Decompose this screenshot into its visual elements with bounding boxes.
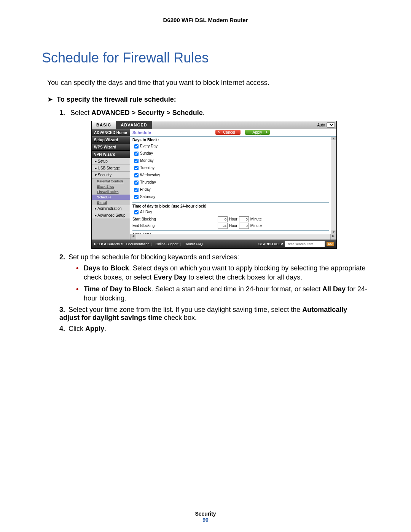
router-sidebar: ADVANCED Home Setup Wizard WPS Wizard VP… — [92, 129, 130, 240]
time-heading: Time of day to block: (use 24-hour clock… — [132, 202, 329, 209]
cb-friday[interactable]: Friday — [132, 186, 329, 193]
side-setup[interactable]: ▸ Setup — [92, 158, 130, 165]
end-min-input[interactable] — [239, 223, 249, 229]
side-usb[interactable]: ▸ USB Storage — [92, 165, 130, 172]
cb-everyday[interactable]: Every Day — [132, 143, 329, 150]
start-min-input[interactable] — [239, 216, 249, 222]
cb-wednesday[interactable]: Wednesday — [132, 172, 329, 179]
end-label: End Blocking — [132, 223, 216, 228]
auto-label: Auto — [317, 123, 325, 127]
step-1: 1. Select ADVANCED > Security > Schedule… — [59, 109, 369, 249]
bullet-days: Days to Block. Select days on which you … — [76, 264, 369, 282]
cb-tuesday[interactable]: Tuesday — [132, 165, 329, 172]
cancel-button[interactable]: Cancel — [215, 130, 240, 135]
footer-page-number: 90 — [0, 517, 411, 523]
footer-doc[interactable]: Documentation — [126, 242, 150, 246]
side-advanced-setup[interactable]: ▸ Advanced Setup — [92, 212, 130, 219]
cb-all-day[interactable]: All Day — [132, 209, 329, 216]
step-4: 4.Click Apply. — [59, 325, 369, 333]
go-button[interactable]: GO — [327, 242, 334, 246]
router-page-title: Schedule — [132, 130, 151, 135]
router-tabs: BASIC ADVANCED Auto — [92, 121, 336, 129]
footer-online[interactable]: Online Support — [156, 242, 178, 246]
side-schedule[interactable]: Schedule — [92, 195, 130, 200]
days-heading: Days to Block: — [132, 137, 329, 143]
footer-faq[interactable]: Router FAQ — [185, 242, 203, 246]
task-heading-text: To specify the firewall rule schedule: — [57, 96, 176, 103]
hour-label-1: Hour — [229, 217, 237, 222]
footer-rule — [42, 509, 369, 509]
product-header: D6200 WiFi DSL Modem Router — [42, 17, 369, 23]
side-email[interactable]: E-mail — [92, 200, 130, 205]
cb-sunday[interactable]: Sunday — [132, 150, 329, 157]
minute-label-2: Minute — [250, 223, 262, 228]
end-hour-input[interactable] — [218, 223, 228, 229]
minute-label-1: Minute — [250, 217, 262, 222]
tab-basic[interactable]: BASIC — [92, 121, 116, 129]
side-administration[interactable]: ▸ Administration — [92, 205, 130, 212]
router-screenshot: BASIC ADVANCED Auto ADVANCED Home Setup … — [91, 121, 337, 249]
step-3: 3.Select your time zone from the list. I… — [59, 306, 369, 322]
step-2-text: Set up the schedule for blocking keyword… — [68, 253, 239, 261]
step-2: 2.Set up the schedule for blocking keywo… — [59, 253, 369, 303]
horizontal-scrollbar[interactable]: ◀▶ — [130, 234, 336, 240]
router-footer: HELP & SUPPORT Documentation| Online Sup… — [92, 240, 336, 248]
auto-select[interactable]: Auto — [317, 122, 335, 128]
tab-advanced[interactable]: ADVANCED — [116, 121, 152, 129]
search-help-label: SEARCH HELP — [258, 242, 283, 246]
tz-heading: Time Zone — [132, 230, 329, 234]
step-1-bold: ADVANCED > Security > Schedule — [91, 109, 203, 117]
search-help-input[interactable] — [285, 241, 325, 247]
cb-monday[interactable]: Monday — [132, 157, 329, 165]
side-block-sites[interactable]: Block Sites — [92, 184, 130, 189]
footer-label: HELP & SUPPORT — [94, 242, 124, 246]
side-security[interactable]: ▾ Security — [92, 172, 130, 179]
task-heading: ➤ To specify the firewall rule schedule: — [47, 95, 369, 104]
cb-thursday[interactable]: Thursday — [132, 179, 329, 186]
router-main: Schedule Cancel Apply Days to Block: Eve… — [130, 129, 336, 240]
side-parental[interactable]: Parental Controls — [92, 179, 130, 184]
start-label: Start Blocking — [132, 217, 216, 222]
side-firewall-rules[interactable]: Firewall Rules — [92, 189, 130, 195]
page-footer: Security 90 — [0, 511, 411, 523]
cb-saturday[interactable]: Saturday — [132, 193, 329, 201]
auto-dropdown[interactable] — [327, 122, 335, 128]
task-arrow-icon: ➤ — [47, 95, 55, 104]
page-title: Schedule for Firewall Rules — [42, 50, 369, 66]
vertical-scrollbar[interactable] — [331, 137, 336, 234]
apply-button[interactable]: Apply — [245, 130, 270, 135]
bullet-time: Time of Day to Block. Select a start and… — [76, 284, 369, 303]
side-wps-wizard[interactable]: WPS Wizard — [92, 144, 130, 151]
intro-text: You can specify the days and time that y… — [47, 79, 369, 87]
step-1-pre: Select — [70, 109, 91, 117]
side-vpn-wizard[interactable]: VPN Wizard — [92, 151, 130, 158]
side-setup-wizard[interactable]: Setup Wizard — [92, 136, 130, 144]
footer-section: Security — [195, 511, 216, 517]
side-advanced-home[interactable]: ADVANCED Home — [92, 129, 130, 136]
hour-label-2: Hour — [229, 223, 237, 228]
start-hour-input[interactable] — [218, 216, 228, 222]
step-1-post: . — [203, 109, 205, 117]
